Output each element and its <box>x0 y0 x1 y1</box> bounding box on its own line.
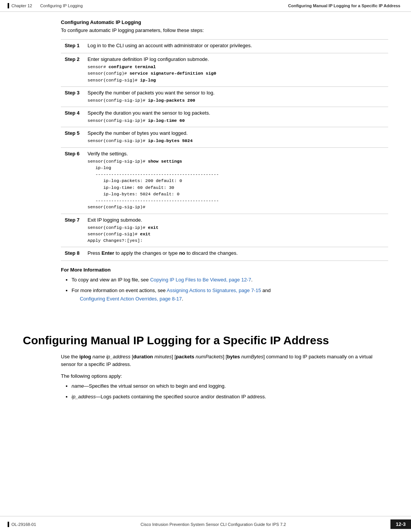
step-2-code: sensor# configure terminalsensor(config)… <box>88 64 384 83</box>
step-2-label: Step 2 <box>61 53 84 87</box>
info-section: For More Information To copy and view an… <box>61 267 388 303</box>
header-chapter-title: Configuring IP Logging <box>40 3 83 8</box>
body-paragraph: Use the iplog name ip_address [duration … <box>0 353 411 369</box>
table-row: Step 1 Log in to the CLI using an accoun… <box>61 40 388 53</box>
bullet-text-2-after: . <box>182 296 183 302</box>
step-4-content: Specify the duration you want the sensor… <box>84 107 388 127</box>
options-intro: The following options apply: <box>0 373 411 379</box>
step-5-text: Specify the number of bytes you want log… <box>88 130 384 136</box>
step-8-text: Press Enter to apply the changes or type… <box>88 250 384 256</box>
footer-doc-number: OL-29168-01 <box>11 522 36 527</box>
step-2-content: Enter signature definition IP log config… <box>84 53 388 87</box>
table-row: Step 5 Specify the number of bytes you w… <box>61 127 388 147</box>
footer-page-number: 12-3 <box>390 519 411 529</box>
for-more-heading: For More Information <box>61 267 388 273</box>
intro-text: To configure automatic IP logging parame… <box>61 27 388 33</box>
step-6-text: Verify the settings. <box>88 151 384 157</box>
list-item: ip_address—Logs packets containing the s… <box>72 393 388 401</box>
step-1-label: Step 1 <box>61 40 84 53</box>
step-3-code: sensor(config-sig-ip)# ip-log-packets 20… <box>88 97 384 104</box>
bullet-text-1-before: To copy and view an IP log file, see <box>72 277 150 283</box>
footer-bar <box>8 522 9 527</box>
header-bar <box>8 3 9 8</box>
big-section-title: Configuring Manual IP Logging for a Spec… <box>0 334 411 347</box>
link-assigning-actions[interactable]: Assigning Actions to Signatures, page 7-… <box>167 288 261 293</box>
bullet-text-2-before: For more information on event actions, s… <box>72 288 167 293</box>
step-4-code: sensor(config-sig-ip)# ip-log-time 60 <box>88 117 384 124</box>
step-8-label: Step 8 <box>61 247 84 261</box>
footer-center-text: Cisco Intrusion Prevention System Sensor… <box>36 522 390 527</box>
page-header: Chapter 12 Configuring IP Logging Config… <box>0 0 411 12</box>
step-4-label: Step 4 <box>61 107 84 127</box>
header-right-title: Configuring Manual IP Logging for a Spec… <box>288 3 400 8</box>
options-list: name—Specifies the virtual sensor on whi… <box>0 382 411 401</box>
step-2-text: Enter signature definition IP log config… <box>88 56 384 62</box>
step-3-content: Specify the number of packets you want t… <box>84 86 388 107</box>
table-row: Step 8 Press Enter to apply the changes … <box>61 247 388 261</box>
page-footer: OL-29168-01 Cisco Intrusion Prevention S… <box>0 516 411 532</box>
step-3-label: Step 3 <box>61 86 84 107</box>
step-1-text: Log in to the CLI using an account with … <box>88 43 384 48</box>
step-7-label: Step 7 <box>61 214 84 247</box>
step-5-label: Step 5 <box>61 127 84 147</box>
option-name-2: ip_address <box>72 394 96 399</box>
step-6-label: Step 6 <box>61 147 84 214</box>
link-copying-ip-log[interactable]: Copying IP Log Files to Be Viewed, page … <box>150 277 251 283</box>
option-desc-1: —Specifies the virtual sensor on which t… <box>84 383 226 389</box>
step-7-text: Exit IP logging submode. <box>88 217 384 223</box>
for-more-list: To copy and view an IP log file, see Cop… <box>61 276 388 303</box>
footer-left: OL-29168-01 <box>8 522 36 527</box>
link-configuring-event[interactable]: Configuring Event Action Overrides, page… <box>80 296 182 302</box>
list-item: name—Specifies the virtual sensor on whi… <box>72 382 388 390</box>
table-row: Step 7 Exit IP logging submode. sensor(c… <box>61 214 388 247</box>
header-chapter: Chapter 12 <box>11 3 32 8</box>
step-3-text: Specify the number of packets you want t… <box>88 90 384 96</box>
table-row: Step 6 Verify the settings. sensor(confi… <box>61 147 388 214</box>
step-7-content: Exit IP logging submode. sensor(config-s… <box>84 214 388 247</box>
main-content: Configuring Automatic IP Logging To conf… <box>0 12 411 323</box>
step-5-content: Specify the number of bytes you want log… <box>84 127 388 147</box>
section-heading: Configuring Automatic IP Logging <box>61 19 388 25</box>
step-4-text: Specify the duration you want the sensor… <box>88 110 384 116</box>
step-6-code: sensor(config-sig-ip)# show settings ip-… <box>88 158 384 211</box>
option-desc-2: —Logs packets containing the specified s… <box>96 394 266 399</box>
table-row: Step 2 Enter signature definition IP log… <box>61 53 388 87</box>
table-row: Step 4 Specify the duration you want the… <box>61 107 388 127</box>
step-7-code: sensor(config-sig-ip)# exitsensor(config… <box>88 224 384 244</box>
table-row: Step 3 Specify the number of packets you… <box>61 86 388 107</box>
procedure-table: Step 1 Log in to the CLI using an accoun… <box>61 39 388 261</box>
step-1-content: Log in to the CLI using an account with … <box>84 40 388 53</box>
step-8-content: Press Enter to apply the changes or type… <box>84 247 388 261</box>
step-5-code: sensor(config-sig-ip)# ip-log-bytes 5024 <box>88 137 384 144</box>
step-6-content: Verify the settings. sensor(config-sig-i… <box>84 147 388 214</box>
list-item: To copy and view an IP log file, see Cop… <box>72 276 388 284</box>
bullet-text-1-after: . <box>251 277 253 283</box>
list-item: For more information on event actions, s… <box>72 286 388 303</box>
header-left: Chapter 12 Configuring IP Logging <box>8 3 83 8</box>
option-name-1: name <box>72 383 84 389</box>
